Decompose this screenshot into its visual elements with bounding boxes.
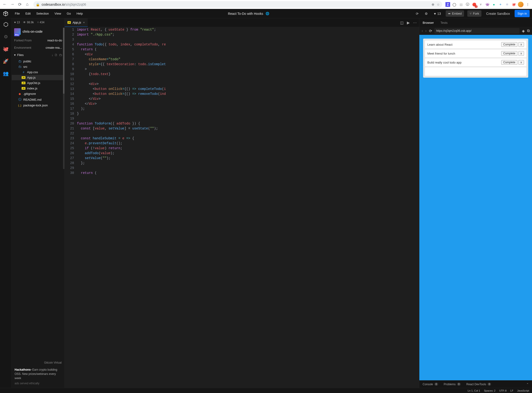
file-index-js[interactable]: JSindex.js [12,86,64,91]
tab-browser[interactable]: Browser [423,21,434,25]
fork-button[interactable]: ⑂ Fork [467,10,481,17]
ext-icon-z[interactable]: Z [445,2,450,7]
ext-icon-doc[interactable]: ▤ [459,2,463,7]
cursor-position[interactable]: Ln 1, Col 1 [468,389,480,392]
embed-button[interactable]: ➦ Embed [446,10,464,17]
stat-likes[interactable]: ♥ 13 [14,21,20,24]
todo-input[interactable] [425,67,526,76]
code-editor[interactable]: 1234567891011121314151617181920212223242… [65,27,419,388]
activity-live-icon[interactable]: 👥 [3,70,9,77]
todo-text: Meet friend for lunch [427,52,500,55]
stat-forks[interactable]: ⑂ 434 [37,21,44,24]
menu-go[interactable]: Go [67,12,71,15]
browser-address-bar[interactable]: 🔒 codesandbox.io/s/oj3qm2zq06 ⊕ ☆ [33,1,442,8]
activity-github-icon[interactable]: 🐙 [3,46,9,52]
file-app-js[interactable]: JSApp.js [12,75,64,80]
split-editor-icon[interactable]: ◫ [400,20,404,25]
browser-home-button[interactable]: ⌂ [24,2,30,7]
close-tab-icon[interactable]: × [83,21,85,24]
more-actions-icon[interactable]: ⋯ [413,20,417,25]
activity-deploy-icon[interactable]: 🚀 [3,58,9,64]
browser-back-button[interactable]: ← [2,2,8,7]
js-file-icon: JS [68,21,71,24]
file-readme-md[interactable]: ⓘREADME.md [12,97,64,103]
remove-button[interactable]: x [518,60,524,65]
files-header[interactable]: ▾ Files ↓ 🗋 🗀 [12,51,64,59]
sidebar-stats: ♥ 13 👁 98.9k ⑂ 434 [12,18,64,26]
ext-icon-ember[interactable]: ✦ [498,2,503,7]
activity-settings-icon[interactable]: ⚙ [3,33,9,40]
tab-react-devtools[interactable]: React DevTools0 [466,383,491,386]
indent-setting[interactable]: Spaces: 2 [484,389,496,392]
ad-body[interactable]: Hackathons- Earn crypto building OSS. Ne… [15,368,62,380]
ext-icon-info[interactable]: ⓘ [465,2,470,7]
refresh-button[interactable]: ⟳ [414,11,420,16]
preview-reload-icon[interactable]: ⟳ [429,29,432,33]
eol[interactable]: LF [510,389,513,392]
todo-list: Learn about ReactCompletexMeet friend fo… [423,39,528,78]
likes-button[interactable]: ♥ 13 [432,11,442,16]
ad-title[interactable]: Gitcoin Virtual [15,361,62,365]
complete-button[interactable]: Complete [501,60,517,65]
complete-button[interactable]: Complete [501,42,517,47]
menu-help[interactable]: Help [77,12,83,15]
language-mode[interactable]: JavaScript [517,389,529,392]
owner-avatar: Pro [14,28,21,35]
editor-panel: JS App.js × ◫ ▶ ⋯ 1234567891011121314151… [65,18,419,388]
environment-row[interactable]: Environment create-rea... [12,44,64,51]
tab-tests[interactable]: Tests [440,21,448,25]
menu-selection[interactable]: Selection [36,12,49,15]
stat-views[interactable]: 👁 98.9k [23,21,34,24]
ext-icon-abp[interactable]: 🛑2 [472,2,477,7]
menu-file[interactable]: File [15,12,20,15]
tab-console[interactable]: Console0 [423,383,438,386]
sidebar-scrollbar[interactable] [63,28,64,169]
preview-forward-icon[interactable]: › [425,29,426,33]
codesandbox-logo-icon[interactable] [2,10,9,17]
ext-icon-grammarly[interactable]: ● [492,2,496,7]
new-folder-icon[interactable]: 🗀 [59,53,62,57]
remove-button[interactable]: x [518,42,524,47]
editor-tab-app-js[interactable]: JS App.js × [65,18,88,27]
file-package-lock-json[interactable]: {..}package-lock.json [12,103,64,108]
browser-menu-icon[interactable]: ⋮ [525,2,530,7]
ext-icon-circle[interactable]: ◯ [452,2,457,7]
preview-open-external-icon[interactable]: ⧉ [527,29,530,33]
preview-icon[interactable]: ▶ [407,20,410,25]
ext-icon-ninja[interactable]: 👾 [485,2,490,7]
preview-back-icon[interactable]: ‹ [422,29,423,33]
browser-reload-button[interactable]: ⟳ [17,2,23,7]
encoding[interactable]: UTF-8 [499,389,507,392]
file-appold-js[interactable]: JSAppOld.js [12,80,64,86]
devtools-expand-icon[interactable]: ⌃ [526,383,529,386]
create-sandbox-button[interactable]: Create Sandbox [485,11,511,16]
download-icon[interactable]: ↓ [52,53,53,57]
tab-problems[interactable]: Problems0 [444,383,461,386]
bookmark-icon[interactable]: ☆ [437,3,440,6]
add-tab-icon[interactable]: ⊕ [432,3,434,6]
preview-structure-icon[interactable]: ◈ [522,29,525,33]
settings-gear-icon[interactable]: ⚙ [423,11,429,16]
ext-icon-react[interactable]: ⚛ [505,2,509,7]
preview-url[interactable]: https://oj3qm2zq06.csb.app/ [434,28,520,34]
browser-forward-button[interactable]: → [10,2,15,7]
file-src[interactable]: 🗀src [12,64,64,69]
file--gitignore[interactable]: ◆.gitignore [12,91,64,97]
privacy-globe-icon[interactable]: 🌐 [266,12,269,15]
ext-icon-github[interactable]: 🐙 [511,2,516,7]
sandbox-title[interactable]: React To-Do with Hooks [228,12,263,15]
new-file-icon[interactable]: 🗋 [55,53,58,57]
remove-button[interactable]: x [518,51,524,56]
owner-row[interactable]: Pro chris-on-code [12,26,64,37]
browser-profile-avatar[interactable] [518,2,523,7]
preview-nav: ‹ › ⟳ https://oj3qm2zq06.csb.app/ ◈ ⧉ [419,27,532,35]
forked-from-row[interactable]: Forked From react-to-do [12,37,64,44]
menu-edit[interactable]: Edit [25,12,31,15]
complete-button[interactable]: Complete [501,51,517,56]
ext-icon-vue[interactable]: ▼ [478,2,483,7]
file-app-css[interactable]: #App.css [12,69,64,75]
activity-sandbox-icon[interactable] [3,21,9,28]
menu-view[interactable]: View [55,12,61,15]
sign-in-button[interactable]: Sign in [515,10,530,17]
file-public[interactable]: 🗀public [12,59,64,64]
